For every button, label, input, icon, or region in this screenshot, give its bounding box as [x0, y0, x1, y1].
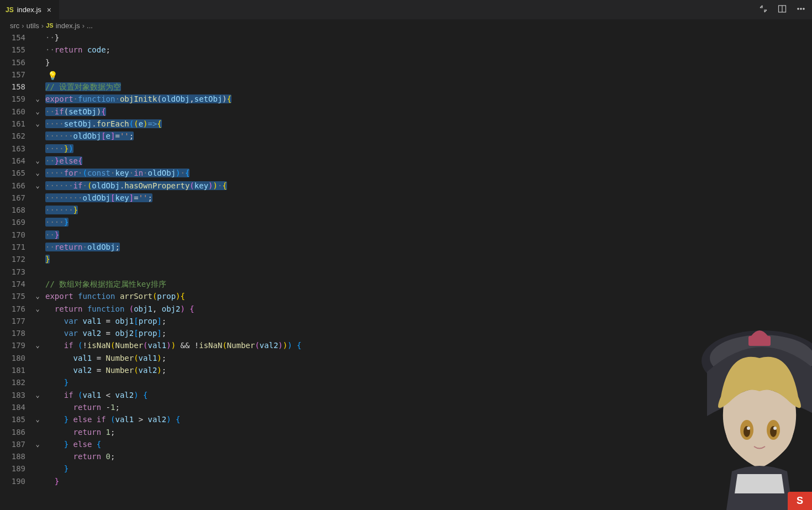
line-number: 176 [0, 303, 32, 315]
crumb-file[interactable]: index.js [56, 22, 80, 30]
more-icon[interactable] [797, 4, 805, 15]
fold-icon[interactable]: ⌄ [32, 155, 43, 167]
code-content: } [43, 462, 68, 475]
crumb-utils[interactable]: utils [27, 22, 39, 30]
code-content: if (!isNaN(Number(val1)) && !isNaN(Numbe… [43, 339, 302, 351]
code-line[interactable]: 160⌄··if(setObj){ [0, 106, 812, 118]
ime-badge[interactable]: S [788, 492, 812, 510]
line-number: 164 [0, 155, 32, 167]
lightbulb-icon[interactable]: 💡 [48, 70, 58, 82]
breadcrumb[interactable]: src › utils › JS index.js › ... [0, 19, 812, 31]
code-line[interactable]: 188 return 0; [0, 450, 812, 462]
code-line[interactable]: 182 } [0, 376, 812, 388]
js-icon: JS [6, 6, 14, 14]
code-line[interactable]: 177 var val1 = obj1[prop]; [0, 315, 812, 327]
fold-icon[interactable]: ⌄ [32, 290, 43, 302]
code-line[interactable]: 162······oldObj[e]=''; [0, 130, 812, 142]
fold-icon[interactable]: ⌄ [32, 413, 43, 425]
code-content: var val1 = obj1[prop]; [43, 315, 166, 327]
code-line[interactable]: 165⌄····for·(const·key·in·oldObj)·{ [0, 167, 812, 179]
fold-icon[interactable]: ⌄ [32, 93, 43, 105]
code-line[interactable]: 170··} [0, 229, 812, 241]
code-line[interactable]: 176⌄ return function (obj1, obj2) { [0, 303, 812, 315]
compare-icon[interactable] [759, 4, 768, 15]
code-line[interactable]: 178 var val2 = obj2[prop]; [0, 327, 812, 339]
line-number: 181 [0, 364, 32, 376]
code-content: export·function·objInitk(oldObj,setObj){ [43, 93, 231, 105]
code-content: val2 = Number(val2); [43, 364, 166, 376]
code-line[interactable]: 174// 数组对象根据指定属性key排序 [0, 278, 812, 290]
line-number: 159 [0, 93, 32, 105]
code-line[interactable]: 155··return code; [0, 44, 812, 56]
line-number: 180 [0, 352, 32, 364]
crumb-symbol[interactable]: ... [87, 22, 93, 30]
code-line[interactable]: 179⌄ if (!isNaN(Number(val1)) && !isNaN(… [0, 339, 812, 351]
line-number: 158 [0, 81, 32, 93]
code-line[interactable]: 167········oldObj[key]=''; [0, 192, 812, 204]
code-line[interactable]: 171··return·oldObj; [0, 241, 812, 253]
fold-icon[interactable]: ⌄ [32, 438, 43, 450]
code-content: var val2 = obj2[prop]; [43, 327, 166, 339]
line-number: 190 [0, 475, 32, 487]
line-number: 189 [0, 462, 32, 475]
code-line[interactable]: 189 } [0, 462, 812, 475]
code-line[interactable]: 161⌄····setObj.forEach((e)=>{ [0, 118, 812, 130]
code-line[interactable]: 163····}) [0, 143, 812, 155]
fold-icon[interactable]: ⌄ [32, 118, 43, 130]
code-line[interactable]: 154··} [0, 31, 812, 44]
chevron-right-icon: › [41, 22, 44, 30]
line-number: 185 [0, 413, 32, 425]
code-content: ····for·(const·key·in·oldObj)·{ [43, 167, 189, 179]
code-line[interactable]: 156} [0, 56, 812, 69]
svg-point-3 [800, 8, 802, 9]
fold-icon[interactable]: ⌄ [32, 339, 43, 351]
fold-icon[interactable]: ⌄ [32, 303, 43, 315]
code-line[interactable]: 169····} [0, 216, 812, 228]
code-line[interactable]: 159⌄export·function·objInitk(oldObj,setO… [0, 93, 812, 105]
code-line[interactable]: 168······} [0, 204, 812, 216]
line-number: 169 [0, 216, 32, 228]
code-line[interactable]: 172} [0, 253, 812, 265]
editor-actions [759, 0, 812, 19]
chevron-right-icon: › [22, 22, 24, 30]
code-line[interactable]: 181 val2 = Number(val2); [0, 364, 812, 376]
line-number: 173 [0, 266, 32, 278]
tab-index-js[interactable]: JS index.js × [0, 0, 60, 19]
code-content: } [43, 253, 50, 265]
split-editor-icon[interactable] [778, 4, 787, 15]
line-number: 186 [0, 426, 32, 438]
code-line[interactable]: 183⌄ if (val1 < val2) { [0, 389, 812, 401]
line-number: 179 [0, 339, 32, 351]
code-line[interactable]: 173 [0, 266, 812, 278]
code-content: ······if·(oldObj.hasOwnProperty(key))·{ [43, 180, 227, 192]
code-content: return 0; [43, 450, 115, 462]
close-icon[interactable]: × [45, 6, 54, 14]
code-line[interactable]: 190 } [0, 475, 812, 487]
line-number: 168 [0, 204, 32, 216]
code-content: ········oldObj[key]=''; [43, 192, 152, 204]
code-line[interactable]: 175⌄export function arrSort(prop){ [0, 290, 812, 302]
crumb-src[interactable]: src [10, 22, 19, 30]
code-line[interactable]: 184 return -1; [0, 401, 812, 413]
code-line[interactable]: 157 [0, 69, 812, 81]
fold-icon[interactable]: ⌄ [32, 167, 43, 179]
code-line[interactable]: 186 return 1; [0, 426, 812, 438]
svg-point-4 [803, 8, 804, 9]
code-line[interactable]: 185⌄ } else if (val1 > val2) { [0, 413, 812, 425]
code-line[interactable]: 158// 设置对象数据为空 [0, 81, 812, 93]
line-number: 167 [0, 192, 32, 204]
code-content: ··} [43, 31, 59, 44]
minimap[interactable] [751, 31, 812, 490]
code-content: ··if(setObj){ [43, 106, 106, 118]
fold-icon[interactable]: ⌄ [32, 106, 43, 118]
code-line[interactable]: 187⌄ } else { [0, 438, 812, 450]
line-number: 182 [0, 376, 32, 388]
code-line[interactable]: 180 val1 = Number(val1); [0, 352, 812, 364]
code-line[interactable]: 166⌄······if·(oldObj.hasOwnProperty(key)… [0, 180, 812, 192]
line-number: 184 [0, 401, 32, 413]
fold-icon[interactable]: ⌄ [32, 180, 43, 192]
code-editor[interactable]: 💡 154··}155··return code;156}157158// 设置… [0, 31, 812, 487]
fold-icon[interactable]: ⌄ [32, 389, 43, 401]
code-content: // 设置对象数据为空 [43, 81, 121, 93]
code-line[interactable]: 164⌄··}else{ [0, 155, 812, 167]
